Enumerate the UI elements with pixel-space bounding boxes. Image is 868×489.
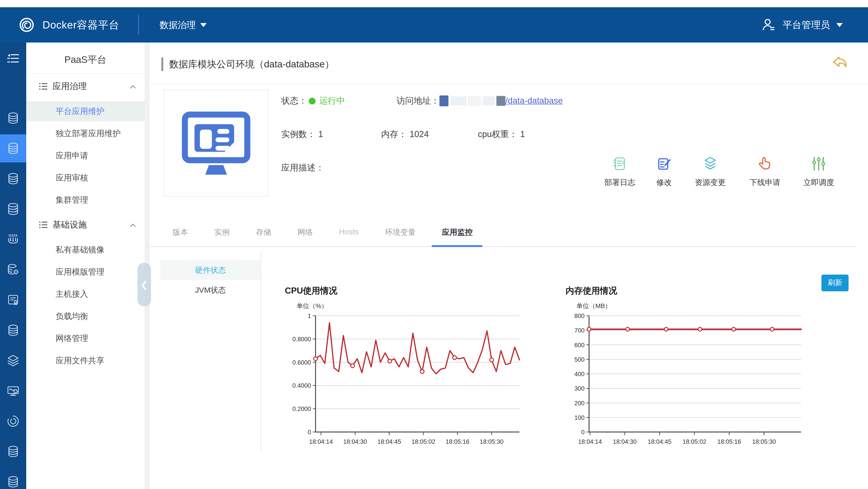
database-icon <box>6 323 20 337</box>
rail-item-database-gear-icon[interactable] <box>0 256 26 284</box>
svg-text:18:04:45: 18:04:45 <box>377 438 401 445</box>
action-label: 部署日志 <box>604 177 635 188</box>
tab-Hosts[interactable]: Hosts <box>339 218 359 246</box>
sidebar-item[interactable]: 应用文件共享 <box>26 351 145 371</box>
rail-item-data-icon[interactable]: DATA <box>0 225 26 253</box>
icon-rail: DATA <box>0 42 26 489</box>
svg-text:100: 100 <box>575 414 585 421</box>
return-icon[interactable] <box>831 54 850 73</box>
app-window: Docker容器平台 数据治理 平台管理员 DATA PaaS平台 应用治理平台… <box>0 0 868 489</box>
rail-item-database-icon[interactable] <box>0 134 26 163</box>
tab-应用监控[interactable]: 应用监控 <box>442 218 473 246</box>
svg-text:18:04:14: 18:04:14 <box>578 438 602 445</box>
status-label: 状态： <box>281 95 307 107</box>
action-label: 资源变更 <box>695 177 725 188</box>
subnav-divider <box>260 252 261 452</box>
database-icon <box>6 111 20 125</box>
top-white-strip <box>0 0 868 7</box>
tabs-row: 版本实例存储网络Hosts环境变量应用监控 <box>150 218 857 247</box>
rail-item-database-icon[interactable] <box>0 316 26 344</box>
sidebar-item[interactable]: 应用申请 <box>26 146 145 166</box>
svg-text:0.2000: 0.2000 <box>292 406 311 412</box>
chevron-down-icon <box>200 23 207 27</box>
database-gear-icon <box>6 263 20 277</box>
chevron-up-icon[interactable] <box>129 221 136 228</box>
svg-text:0.8000: 0.8000 <box>292 336 311 343</box>
svg-text:18:05:02: 18:05:02 <box>682 438 706 445</box>
action-schedule-now-button[interactable]: 立即调度 <box>798 155 839 188</box>
sidebar-item[interactable]: 应用模版管理 <box>26 262 145 282</box>
tab-存储[interactable]: 存储 <box>256 218 271 246</box>
action-offline-request-button[interactable]: 下线申请 <box>745 155 785 188</box>
rail-item-database-stack-icon[interactable] <box>0 195 26 223</box>
user-name[interactable]: 平台管理员 <box>782 19 830 31</box>
rail-item-database-icon[interactable] <box>0 437 26 465</box>
memory-value: 1024 <box>410 130 429 139</box>
svg-text:0: 0 <box>308 429 311 436</box>
menu-icon <box>6 52 20 65</box>
sidebar-item-label: 独立部署应用维护 <box>56 128 121 139</box>
action-deploy-log-button[interactable]: 部署日志 <box>599 155 640 188</box>
subnav-item-硬件状态[interactable]: 硬件状态 <box>160 260 260 280</box>
sidebar-item-label: 应用申请 <box>56 150 88 161</box>
action-resource-change-button[interactable]: 资源变更 <box>690 155 731 188</box>
header-divider <box>150 84 868 85</box>
svg-text:200: 200 <box>575 400 585 407</box>
app-url-link[interactable]: /data-database <box>505 96 563 106</box>
rail-item-certificate-icon[interactable] <box>0 286 26 314</box>
nav-menu-data-governance[interactable]: 数据治理 <box>160 19 207 31</box>
sidebar-item[interactable]: 平台应用维护 <box>26 101 145 121</box>
tab-网络[interactable]: 网络 <box>298 218 313 246</box>
resource-change-icon <box>702 155 718 174</box>
chart-unit-label: 单位（MB） <box>577 302 808 310</box>
status-dot <box>309 97 315 104</box>
svg-text:18:05:30: 18:05:30 <box>480 438 503 445</box>
instances-label: 实例数： <box>281 128 315 140</box>
svg-text:18:04:30: 18:04:30 <box>613 438 637 445</box>
sidebar-item[interactable]: 主机接入 <box>26 284 145 304</box>
chevron-up-icon[interactable] <box>129 83 136 90</box>
tab-实例[interactable]: 实例 <box>214 218 230 246</box>
top-navbar: Docker容器平台 数据治理 平台管理员 <box>0 7 868 42</box>
sidebar-group-1[interactable]: 应用治理 <box>26 74 145 99</box>
tab-版本[interactable]: 版本 <box>173 218 188 246</box>
memory-label: 内存： <box>381 128 407 140</box>
rail-item-monitor-settings-icon[interactable] <box>0 377 26 405</box>
monitor-subnav: 硬件状态JVM状态 <box>160 260 260 300</box>
sidebar-item[interactable]: 应用审核 <box>26 168 145 188</box>
rail-item-layers-icon[interactable] <box>0 346 26 375</box>
svg-text:18:04:14: 18:04:14 <box>309 438 333 445</box>
sidebar-item[interactable]: 集群管理 <box>26 190 145 210</box>
rail-item-database-icon[interactable] <box>0 165 26 193</box>
svg-text:800: 800 <box>575 313 585 319</box>
sidebar-item[interactable]: 私有基础镜像 <box>26 240 145 260</box>
rail-item-database-icon[interactable] <box>0 468 26 489</box>
subnav-item-JVM状态[interactable]: JVM状态 <box>160 280 260 300</box>
chart-title: CPU使用情况 <box>285 285 525 297</box>
cpu-usage-chart: 10.80000.60000.40000.2000018:04:1418:04:… <box>290 311 525 447</box>
sidebar-group-2[interactable]: 基础设施 <box>26 212 145 237</box>
addr-label: 访问地址： <box>397 95 439 107</box>
instances-value: 1 <box>318 130 323 139</box>
sidebar-item-label: 主机接入 <box>56 289 88 299</box>
offline-request-icon <box>757 155 773 174</box>
sidebar-item[interactable]: 独立部署应用维护 <box>26 123 145 143</box>
main-content: 数据库模块公司环境（data-database） 状态： <box>150 42 868 489</box>
svg-text:18:05:16: 18:05:16 <box>717 438 741 445</box>
refresh-button[interactable]: 刷新 <box>822 275 848 291</box>
action-edit-button[interactable]: 修改 <box>644 155 684 188</box>
sidebar-item[interactable]: 网络管理 <box>26 328 145 348</box>
rail-item-menu-icon[interactable] <box>0 44 26 73</box>
svg-text:18:05:02: 18:05:02 <box>411 438 435 445</box>
rail-item-database-icon[interactable] <box>0 104 26 132</box>
actions-row: 部署日志修改资源变更下线申请立即调度 <box>150 155 868 192</box>
user-chevron-down-icon[interactable] <box>836 23 843 27</box>
database-stack-icon <box>6 202 20 216</box>
svg-text:700: 700 <box>575 327 585 334</box>
sidebar-collapse-handle[interactable]: ❮ <box>137 263 151 306</box>
sidebar-item[interactable]: 负载均衡 <box>26 306 145 326</box>
svg-text:500: 500 <box>575 356 585 363</box>
tab-环境变量[interactable]: 环境变量 <box>385 218 416 246</box>
svg-text:0: 0 <box>581 429 585 436</box>
rail-item-swirl-icon[interactable] <box>0 407 26 435</box>
